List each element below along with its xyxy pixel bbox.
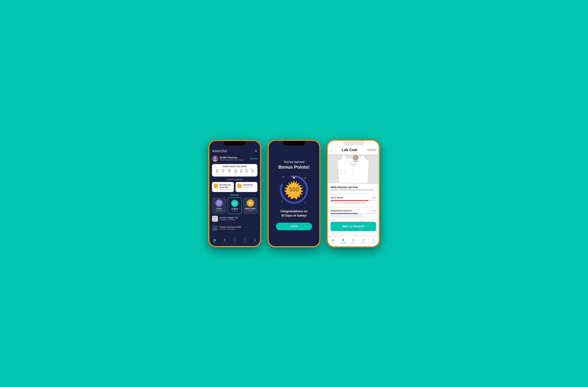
- remaining-washes-note: This item must be replaced after 20 wash…: [331, 215, 376, 217]
- remaining-washes-fill: [331, 213, 358, 214]
- towash-label: To Wash: [229, 208, 240, 210]
- remaining-washes-value: 12/20: [371, 210, 376, 212]
- claim-button[interactable]: Claim: [276, 223, 312, 230]
- phones-container: AmorSui ⚙: [208, 140, 380, 247]
- garment-arrow-1: ›: [257, 218, 257, 220]
- points-badge-2: +50: [237, 183, 242, 188]
- phone-3: ‹ Lab Coat Remove: [327, 140, 380, 247]
- phone-1: AmorSui ⚙: [208, 140, 261, 247]
- labcoat-info: White AmorSui Lab Coat Last Worn Yesterd…: [328, 183, 379, 193]
- bonus-title-main: Bonus Points!: [278, 164, 310, 170]
- days-worn-label: DAYS WORN: [331, 197, 343, 199]
- updates-row: In Use No Items To Wash 2 Item: [212, 198, 257, 214]
- labcoat-image: [328, 154, 379, 183]
- streak-sub: 30 Days!: [244, 210, 256, 211]
- svg-point-19: [353, 175, 354, 176]
- labcoat-bottom-nav: Home Wardrobe: [328, 237, 379, 246]
- updates-title: UPDATES: [212, 194, 257, 196]
- compliance-card: COMPLIANCE THIS WEEK Mon 16 ✓ Tue 17 ✓: [212, 164, 257, 177]
- svg-marker-8: [249, 202, 252, 204]
- inuse-icon: [215, 200, 223, 207]
- day-tue: Tue 17 ✓: [222, 169, 224, 175]
- points-badge-1: +50: [214, 183, 218, 188]
- update-card-inuse[interactable]: In Use No Items: [212, 198, 226, 214]
- labcoat-nav-checkin[interactable]: Check In: [348, 239, 358, 244]
- day-fri: Fri 20 —: [240, 169, 242, 175]
- labcoat-svg: [328, 154, 379, 183]
- points-sub-2: Today at 9:01: [243, 186, 253, 188]
- user-points: Total Points: 840 (100 Today): [220, 159, 248, 161]
- update-card-streak[interactable]: Safety Streak 30 Days!: [243, 198, 257, 214]
- labcoat-nav-home[interactable]: Home: [328, 239, 338, 244]
- labcoat-item-sub: Last Worn Yesterday (Tuesday, December 1…: [331, 189, 376, 191]
- mark-washed-button[interactable]: Mark as Washed: [331, 222, 376, 231]
- garment-list: Dorothy Hodgkin Top Last Worn Yesterday …: [212, 214, 257, 233]
- phone-1-notch: [224, 141, 245, 145]
- bonus-congrats: Congratulations on 30 Days of Safety!: [280, 209, 308, 218]
- inuse-label: In Use: [213, 208, 225, 209]
- points-sub-1: Today at 9:01am: [220, 189, 232, 190]
- days-worn-note: This item must be washed after 30 days o…: [331, 202, 376, 204]
- remaining-washes-bar: [331, 213, 376, 214]
- days-worn-header: DAYS WORN 25/30: [331, 197, 376, 199]
- phone-2: You've earned Bonus Points! ✦ ✦ ✦ ✦: [268, 140, 320, 247]
- settings-icon[interactable]: ⚙: [254, 149, 257, 153]
- towash-icon: [231, 200, 238, 207]
- svg-rect-7: [233, 202, 236, 205]
- garment-sub-1: Last Worn Yesterday: [220, 219, 255, 221]
- phone-1-frame: AmorSui ⚙: [208, 140, 261, 247]
- user-row: Emilie Thornton Total Points: 840 (100 T…: [212, 155, 257, 162]
- labcoat-item-name: White AmorSui Lab Coat: [331, 186, 376, 188]
- garment-thumb-1: [212, 216, 218, 222]
- labcoat-screen: ‹ Lab Coat Remove: [328, 141, 379, 246]
- home-screen: AmorSui ⚙: [209, 141, 260, 246]
- days-worn-bar: [331, 200, 376, 201]
- svg-rect-9: [214, 227, 216, 230]
- streak-icon: [247, 200, 254, 207]
- points-row: +50 Checked into Room 200 Today at 9:01a…: [212, 182, 257, 192]
- day-sat: Sat 21 —: [246, 169, 248, 175]
- remaining-washes-header: REMAINING WASHES 12/20: [331, 210, 376, 212]
- points-text-2: Checked in: [243, 183, 253, 186]
- points-card-1: +50 Checked into Room 200 Today at 9:01a…: [212, 182, 234, 192]
- svg-point-1: [214, 157, 216, 159]
- svg-point-21: [353, 155, 358, 161]
- user-info: Emilie Thornton Total Points: 840 (100 T…: [220, 156, 248, 161]
- garment-info-1: Dorothy Hodgkin Top Last Worn Yesterday: [220, 217, 255, 221]
- days-worn-value: 25/30: [371, 197, 376, 199]
- labcoat-nav-compliance[interactable]: Compliance: [358, 239, 369, 244]
- svg-point-18: [353, 172, 354, 173]
- nav-compliance[interactable]: Compliance: [240, 238, 250, 244]
- garment-name-1: Dorothy Hodgkin Top: [220, 217, 255, 219]
- svg-point-24: [373, 239, 374, 240]
- user-name: Emilie Thornton: [220, 156, 248, 159]
- nav-home[interactable]: Home: [209, 238, 220, 244]
- remove-button[interactable]: Remove: [367, 148, 376, 151]
- nav-checkin[interactable]: Check In: [230, 238, 240, 244]
- nav-wardrobe[interactable]: Wardrobe: [220, 238, 230, 244]
- update-card-towash[interactable]: To Wash 2 Items: [228, 198, 242, 214]
- garment-sub-2: Last Worn Yesterday: [220, 228, 255, 230]
- compliance-days: Mon 16 ✓ Tue 17 ✓ Wed 18: [214, 169, 255, 175]
- phone-3-frame: ‹ Lab Coat Remove: [327, 140, 380, 247]
- home-header: AmorSui ⚙: [212, 147, 257, 153]
- day-mon: Mon 16 ✓: [216, 169, 219, 175]
- phone-2-screen: You've earned Bonus Points! ✦ ✦ ✦ ✦: [269, 141, 319, 246]
- user-avatar: [212, 155, 218, 162]
- garment-arrow-2: ›: [257, 227, 257, 229]
- garment-row-1[interactable]: Dorothy Hodgkin Top Last Worn Yesterday …: [212, 214, 257, 224]
- inuse-sub: No Items: [213, 210, 225, 211]
- labcoat-title: Lab Coat: [342, 148, 357, 152]
- garment-row-2[interactable]: Eleanor McClintock Skirt Last Worn Yeste…: [212, 224, 257, 233]
- redeem-button[interactable]: Redeem: [250, 157, 257, 160]
- nav-myteam[interactable]: My Team: [250, 238, 260, 244]
- points-card-2: +50 Checked in Today at 9:01: [235, 182, 257, 192]
- phone-3-notch: [343, 141, 364, 145]
- app-title-text: AmorSui: [212, 149, 227, 153]
- back-button[interactable]: ‹: [331, 148, 331, 151]
- labcoat-nav-myteam[interactable]: My Team: [368, 239, 379, 244]
- labcoat-nav-wardrobe[interactable]: Wardrobe: [338, 239, 348, 244]
- bonus-content: You've earned Bonus Points! ✦ ✦ ✦ ✦: [271, 150, 317, 237]
- phone-2-frame: You've earned Bonus Points! ✦ ✦ ✦ ✦: [268, 140, 320, 247]
- garment-thumb-2: [212, 225, 218, 231]
